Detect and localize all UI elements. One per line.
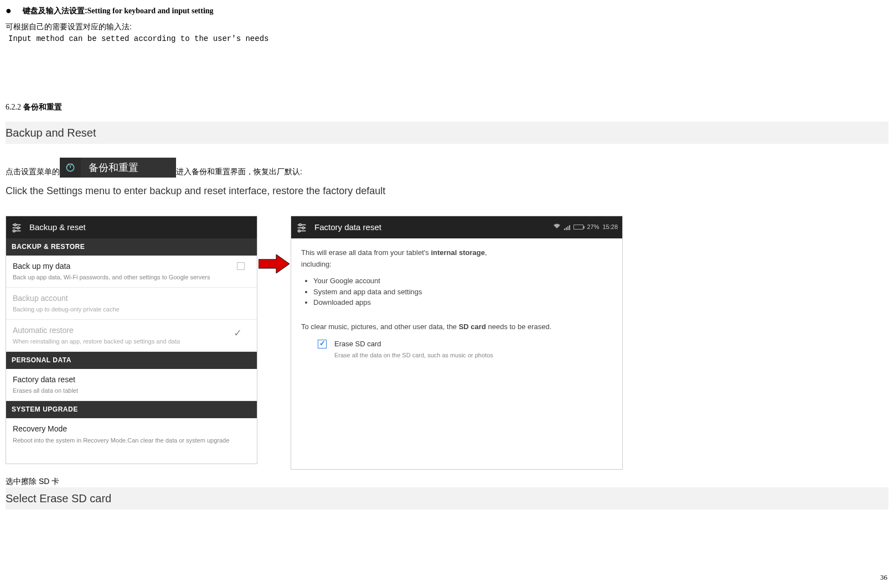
ss1-header: Backup & reset bbox=[6, 216, 257, 238]
bullet-dot: ● bbox=[6, 3, 12, 19]
section-heading: 6.2.2 备份和重置 bbox=[6, 101, 888, 113]
inline-cn-after: 进入备份和重置界面，恢复出厂默认: bbox=[176, 165, 302, 178]
item-title: Recovery Mode bbox=[13, 423, 250, 435]
item-title: Back up my data bbox=[13, 260, 237, 272]
svg-point-6 bbox=[13, 230, 15, 232]
mono-line: Input method can be setted according to … bbox=[6, 33, 888, 45]
svg-point-11 bbox=[302, 227, 304, 229]
item-sub: Erases all data on tablet bbox=[13, 386, 250, 396]
wifi-icon bbox=[553, 222, 561, 232]
signal-icon bbox=[564, 225, 570, 230]
ss1-title: Backup & reset bbox=[29, 221, 86, 234]
svg-point-4 bbox=[17, 227, 19, 229]
menu-badge-label: 备份和重置 bbox=[81, 160, 176, 176]
ss1-item-factory-reset[interactable]: Factory data reset Erases all data on ta… bbox=[6, 369, 257, 401]
ss2-header: Factory data reset 27% 15:28 bbox=[291, 216, 622, 238]
bullet-cn-text: 键盘及输入法设置: bbox=[23, 6, 87, 15]
bullet-en-text: Setting for keyboard and input setting bbox=[87, 7, 214, 15]
item-title: Automatic restore bbox=[13, 324, 234, 336]
ss1-item-auto-restore: Automatic restore When reinstalling an a… bbox=[6, 320, 257, 352]
arrow-between bbox=[257, 216, 291, 277]
sliders-icon bbox=[296, 221, 308, 233]
battery-pct: 27% bbox=[587, 222, 599, 232]
status-time: 15:28 bbox=[602, 222, 618, 232]
backup-reset-menu-badge: 备份和重置 bbox=[60, 158, 176, 178]
ss2-title: Factory data reset bbox=[314, 221, 381, 234]
item-title: Factory data reset bbox=[13, 373, 250, 386]
inline-instruction-row: 点击设置菜单的 备份和重置 进入备份和重置界面，恢复出厂默认: bbox=[6, 158, 888, 178]
en-instruction: Click the Settings menu to enter backup … bbox=[6, 183, 888, 199]
erase-sub: Erase all the data on the SD card, such … bbox=[334, 351, 493, 361]
ss2-body: This will erase all data from your table… bbox=[291, 238, 622, 469]
inline-cn-before: 点击设置菜单的 bbox=[6, 165, 60, 178]
screenshot-backup-reset: Backup & reset BACKUP & RESTORE Back up … bbox=[6, 216, 257, 464]
gray-heading-erase: Select Erase SD card bbox=[6, 487, 888, 509]
cn-line-1: 可根据自己的需要设置对应的输入法: bbox=[6, 20, 888, 33]
sliders-icon bbox=[11, 221, 23, 233]
item-title: Backup account bbox=[13, 292, 250, 304]
svg-point-2 bbox=[14, 223, 16, 226]
ss1-sec-upgrade: SYSTEM UPGRADE bbox=[6, 401, 257, 418]
svg-point-9 bbox=[299, 223, 301, 226]
backup-icon bbox=[60, 158, 81, 178]
item-sub: Backing up to debug-only private cache bbox=[13, 305, 250, 315]
gray-heading-backup: Backup and Reset bbox=[6, 122, 888, 144]
svg-marker-7 bbox=[259, 254, 290, 273]
checkbox-unchecked-icon[interactable] bbox=[237, 262, 245, 270]
red-arrow-icon bbox=[259, 254, 290, 277]
list-item: Your Google account bbox=[313, 275, 612, 287]
screenshots-row: Backup & reset BACKUP & RESTORE Back up … bbox=[6, 216, 888, 470]
page-number: 36 bbox=[880, 572, 887, 584]
status-bar-right: 27% 15:28 bbox=[553, 222, 618, 232]
svg-point-13 bbox=[298, 230, 301, 232]
erase-title: Erase SD card bbox=[334, 339, 493, 350]
ss1-item-backup-account: Backup account Backing up to debug-only … bbox=[6, 288, 257, 320]
bullet-heading: ● 键盘及输入法设置:Setting for keyboard and inpu… bbox=[6, 3, 888, 19]
ss1-sec-backup: BACKUP & RESTORE bbox=[6, 238, 257, 256]
check-icon: ✓ bbox=[234, 325, 242, 341]
ss2-sdcard-line: To clear music, pictures, and other user… bbox=[301, 321, 612, 333]
screenshot-factory-reset: Factory data reset 27% 15:28 This will e… bbox=[291, 216, 623, 470]
list-item: System and app data and settings bbox=[313, 287, 612, 298]
battery-icon bbox=[573, 225, 583, 230]
section-number: 6.2.2 bbox=[6, 103, 23, 111]
erase-sd-row[interactable]: ✓ Erase SD card Erase all the data on th… bbox=[301, 339, 612, 361]
checkbox-checked-icon[interactable]: ✓ bbox=[318, 340, 327, 348]
item-sub: Back up app data, Wi-Fi passwords, and o… bbox=[13, 273, 237, 283]
list-item: Downloaded apps bbox=[313, 297, 612, 308]
item-sub: Reboot into the system in Recovery Mode.… bbox=[13, 436, 250, 446]
item-sub: When reinstalling an app, restore backed… bbox=[13, 337, 234, 347]
ss1-item-recovery[interactable]: Recovery Mode Reboot into the system in … bbox=[6, 418, 257, 450]
bottom-cn-line: 选中擦除 SD 卡 bbox=[6, 475, 888, 487]
ss2-list: Your Google account System and app data … bbox=[301, 275, 612, 308]
ss1-item-backup-data[interactable]: Back up my data Back up app data, Wi-Fi … bbox=[6, 256, 257, 288]
ss2-intro-line: This will erase all data from your table… bbox=[301, 247, 612, 270]
section-cn: 备份和重置 bbox=[23, 102, 62, 111]
ss1-sec-personal: PERSONAL DATA bbox=[6, 352, 257, 369]
